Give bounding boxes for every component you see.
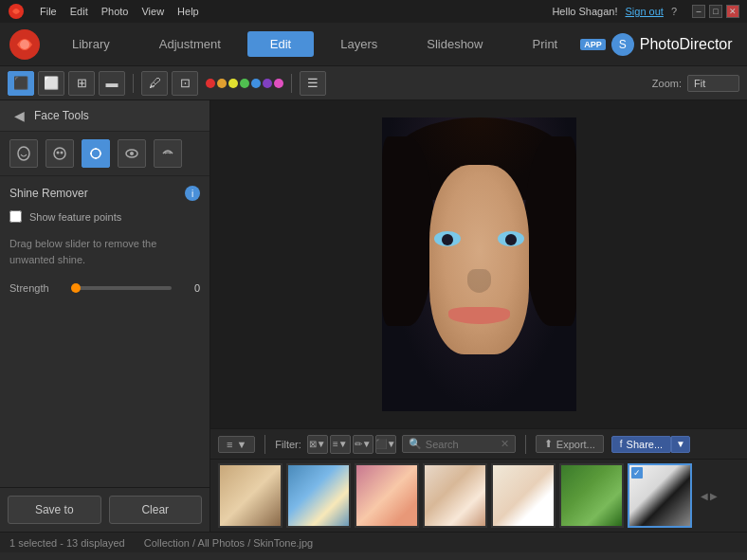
face-hair-left bbox=[382, 136, 434, 326]
filter-color-btn[interactable]: ⬛▼ bbox=[375, 435, 396, 454]
strength-label: Strength bbox=[9, 282, 62, 294]
tab-layers[interactable]: Layers bbox=[318, 31, 400, 57]
share-button[interactable]: f Share... bbox=[611, 436, 671, 453]
color-dots[interactable] bbox=[206, 79, 283, 88]
film-thumb-7[interactable] bbox=[628, 463, 692, 528]
tab-library[interactable]: Library bbox=[49, 31, 133, 57]
title-bar: File Edit Photo View Help Hello Shagan! … bbox=[0, 0, 747, 23]
greeting-text: Hello Shagan! bbox=[552, 6, 617, 17]
color-dot-orange[interactable] bbox=[217, 79, 227, 88]
before-after-btn[interactable]: ▬ bbox=[99, 71, 125, 96]
color-dot-green[interactable] bbox=[240, 79, 249, 88]
film-thumb-1[interactable] bbox=[218, 463, 282, 528]
sign-out-link[interactable]: Sign out bbox=[626, 6, 664, 17]
user-avatar[interactable]: S bbox=[611, 33, 634, 56]
menu-help[interactable]: Help bbox=[177, 6, 199, 17]
menu-photo[interactable]: Photo bbox=[101, 6, 129, 17]
film-thumb-3[interactable] bbox=[355, 463, 419, 528]
minimize-button[interactable]: – bbox=[692, 5, 705, 18]
filmstrip: ◀ ▶ bbox=[210, 460, 747, 532]
maximize-button[interactable]: □ bbox=[709, 5, 722, 18]
color-dot-red[interactable] bbox=[206, 79, 215, 88]
face-tool-redeye[interactable] bbox=[118, 139, 146, 168]
panel-bottom-buttons: Save to Clear bbox=[0, 487, 210, 532]
canvas-toolbar: ⬛ ⬜ ⊞ ▬ 🖊 ⊡ ☰ Zoom: Fit 25% 50% 75% 100%… bbox=[0, 66, 747, 100]
filter-all-btn[interactable]: ⊠▼ bbox=[307, 435, 328, 454]
color-dot-purple[interactable] bbox=[263, 79, 272, 88]
film-thumb-2[interactable] bbox=[286, 463, 351, 528]
crop-btn[interactable]: ⊡ bbox=[172, 71, 198, 96]
filmstrip-photos bbox=[210, 460, 700, 532]
sort-button[interactable]: ≡ ▼ bbox=[218, 436, 255, 453]
nav-tabs[interactable]: Library Adjustment Edit Layers Slideshow… bbox=[49, 31, 580, 57]
tab-slideshow[interactable]: Slideshow bbox=[404, 31, 505, 57]
zoom-label: Zoom: bbox=[652, 78, 682, 89]
filmstrip-toolbar: ≡ ▼ Filter: ⊠▼ ≡▼ ✏▼ ⬛▼ 🔍 ✕ bbox=[210, 429, 747, 460]
svg-point-6 bbox=[61, 152, 64, 154]
face-eyes bbox=[434, 231, 524, 250]
photo-director-logo bbox=[8, 27, 42, 62]
shine-remover-section: Shine Remover i Show feature points Drag… bbox=[0, 176, 210, 487]
menu-edit[interactable]: Edit bbox=[70, 6, 88, 17]
strength-slider[interactable] bbox=[71, 286, 172, 290]
menu-icon[interactable]: ☰ bbox=[300, 71, 326, 96]
search-box[interactable]: 🔍 ✕ bbox=[402, 435, 516, 453]
close-button[interactable]: ✕ bbox=[726, 5, 739, 18]
help-btn[interactable]: ? bbox=[671, 6, 677, 17]
face-tool-sculpt[interactable] bbox=[9, 139, 38, 168]
strength-slider-thumb[interactable] bbox=[71, 283, 81, 293]
color-dot-pink[interactable] bbox=[274, 79, 283, 88]
face-nose bbox=[467, 269, 491, 293]
compare-view-btn[interactable]: ⬜ bbox=[38, 71, 64, 96]
zoom-section: Zoom: Fit 25% 50% 75% 100% 200% bbox=[652, 75, 739, 92]
back-button[interactable]: ◀ bbox=[9, 106, 28, 125]
filmstrip-arrow-right[interactable]: ▶ bbox=[709, 463, 719, 528]
tab-adjustment[interactable]: Adjustment bbox=[137, 31, 244, 57]
tab-edit[interactable]: Edit bbox=[247, 31, 314, 57]
color-picker-btn[interactable]: 🖊 bbox=[141, 71, 168, 96]
file-path: Collection / All Photos / SkinTone.jpg bbox=[144, 537, 314, 549]
filter-dropdown[interactable]: ⊠▼ ≡▼ ✏▼ ⬛▼ bbox=[307, 435, 396, 454]
feature-points-row: Show feature points bbox=[9, 210, 200, 223]
share-button-group[interactable]: f Share... ▼ bbox=[611, 436, 690, 453]
search-input[interactable] bbox=[426, 439, 497, 450]
film-thumb-4-img bbox=[425, 465, 485, 526]
menu-bar[interactable]: File Edit Photo View Help bbox=[40, 6, 199, 17]
filter-type-btn[interactable]: ≡▼ bbox=[330, 435, 351, 454]
sort-label: ▼ bbox=[236, 439, 246, 450]
zoom-select[interactable]: Fit 25% 50% 75% 100% 200% bbox=[687, 75, 739, 92]
film-thumb-6[interactable] bbox=[559, 463, 624, 528]
face-tool-shine[interactable] bbox=[82, 139, 110, 168]
filmstrip-arrow-left[interactable]: ◀ bbox=[700, 463, 709, 528]
search-clear-button[interactable]: ✕ bbox=[501, 438, 509, 450]
share-dropdown-arrow[interactable]: ▼ bbox=[671, 436, 690, 453]
film-thumb-5[interactable] bbox=[491, 463, 556, 528]
film-thumb-6-img bbox=[561, 465, 622, 526]
filter-edit-btn[interactable]: ✏▼ bbox=[353, 435, 374, 454]
color-dot-blue[interactable] bbox=[251, 79, 261, 88]
toolbar-separator-2 bbox=[291, 74, 292, 93]
grid-view-btn[interactable]: ⊞ bbox=[68, 71, 95, 96]
face-skin bbox=[429, 165, 529, 354]
save-to-button[interactable]: Save to bbox=[8, 496, 101, 524]
tab-print[interactable]: Print bbox=[510, 31, 581, 57]
color-dot-yellow[interactable] bbox=[228, 79, 238, 88]
instruction-text: Drag below slider to remove the unwanted… bbox=[9, 236, 200, 267]
window-controls[interactable]: – □ ✕ bbox=[692, 5, 739, 18]
clear-button[interactable]: Clear bbox=[109, 496, 203, 524]
eye-left bbox=[434, 231, 461, 246]
face-tool-smooth[interactable] bbox=[46, 139, 74, 168]
menu-view[interactable]: View bbox=[141, 6, 164, 17]
face-tool-adjust[interactable] bbox=[154, 139, 182, 168]
export-button[interactable]: ⬆ Export... bbox=[536, 435, 604, 453]
feature-points-checkbox[interactable] bbox=[9, 210, 22, 223]
face-lips bbox=[448, 307, 510, 324]
film-thumb-4[interactable] bbox=[423, 463, 487, 528]
info-icon[interactable]: i bbox=[185, 186, 200, 201]
eye-right bbox=[498, 231, 524, 246]
single-view-btn[interactable]: ⬛ bbox=[8, 71, 34, 96]
canvas-area[interactable] bbox=[210, 100, 747, 428]
menu-file[interactable]: File bbox=[40, 6, 57, 17]
shine-header: Shine Remover i bbox=[9, 186, 200, 201]
canvas-wrapper: ≡ ▼ Filter: ⊠▼ ≡▼ ✏▼ ⬛▼ 🔍 ✕ bbox=[210, 100, 747, 532]
